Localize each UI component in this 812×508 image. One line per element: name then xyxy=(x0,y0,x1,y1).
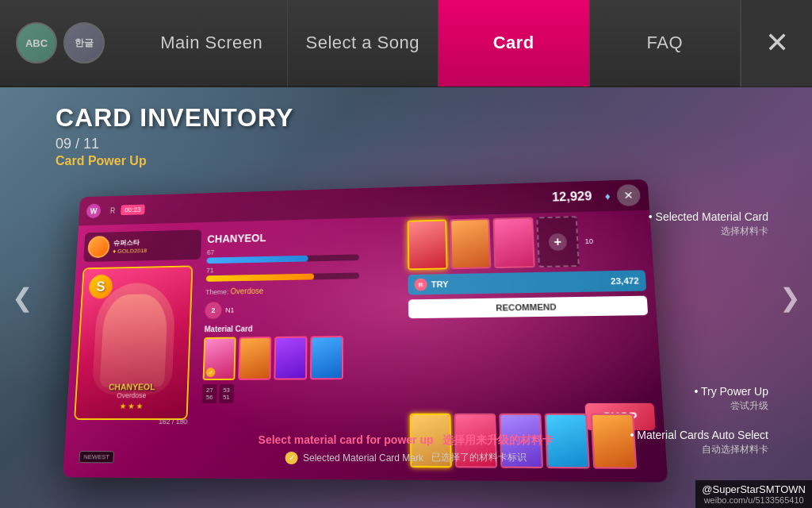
user-info: 슈퍼스타 ♦ GOLD2018 xyxy=(83,229,201,262)
top-card-1[interactable] xyxy=(408,219,448,270)
lang-abc-button[interactable]: ABC xyxy=(16,22,57,64)
user-avatar xyxy=(87,236,110,258)
card-inventory-count: 09 / 11 xyxy=(56,136,293,152)
try-label: TRY xyxy=(431,279,449,289)
mat-card-2[interactable] xyxy=(238,337,271,380)
card-inventory-title: CARD INVENTORY xyxy=(56,103,293,133)
tab-faq[interactable]: FAQ xyxy=(590,0,741,87)
game-timer: 00:23 xyxy=(121,205,144,216)
card-number-10: 10 xyxy=(584,216,595,267)
diamonds-icon: ♦ xyxy=(604,189,611,203)
annotation-selected-material: Selected Material Card 选择材料卡 xyxy=(649,210,768,238)
material-label: Material Card xyxy=(205,323,359,333)
tab-card[interactable]: Card xyxy=(439,0,590,87)
material-cards-area[interactable]: ✓ xyxy=(203,336,359,380)
add-card-icon: + xyxy=(549,233,568,250)
watermark-username: @SuperStarSMTOWN xyxy=(702,483,806,495)
card-power-up-label: Card Power Up xyxy=(56,154,293,168)
nav-bar: ABC 한글 Main Screen Select a Song Card FA… xyxy=(0,0,812,87)
theme-badge-2: 2 xyxy=(205,302,222,318)
main-content: CARD INVENTORY 09 / 11 Card Power Up Sel… xyxy=(0,87,812,508)
card-stars: ★ ★ ★ xyxy=(119,402,143,410)
star-icon: ★ xyxy=(127,402,134,410)
annotation-bottom: Select material card for power up 选择用来升级… xyxy=(259,433,554,464)
mat-card-4[interactable] xyxy=(310,336,343,379)
tab-select-song[interactable]: Select a Song xyxy=(288,0,439,87)
top-card-3[interactable] xyxy=(492,217,534,269)
recommend-button[interactable]: RECOMMEND xyxy=(408,296,648,319)
bottom-annotation-line1: Select material card for power up 选择用来升级… xyxy=(259,433,554,448)
try-power-title: Try Power Up xyxy=(694,385,768,398)
game-rank-badge: R xyxy=(110,206,116,214)
selected-material-title: Selected Material Card xyxy=(649,210,768,223)
mat-card-3[interactable] xyxy=(274,337,307,380)
top-card-2[interactable] xyxy=(450,218,491,269)
lang-korean-button[interactable]: 한글 xyxy=(63,22,105,64)
stat-box-1: 2756 xyxy=(202,384,217,403)
stat2-bar xyxy=(206,272,359,281)
tab-main-screen[interactable]: Main Screen xyxy=(136,0,288,87)
mat-card-1[interactable]: ✓ xyxy=(203,337,236,380)
card-song-name: Overdose xyxy=(117,391,147,399)
try-coins: 23,472 xyxy=(611,275,639,286)
stat-box-2: 5351 xyxy=(219,384,234,403)
top-cards-row: + 10 xyxy=(408,214,645,270)
next-arrow[interactable] xyxy=(774,270,806,325)
game-score: 12,929 xyxy=(552,190,592,205)
main-character-card[interactable]: S CHANYEOL Overdose ★ ★ ★ xyxy=(74,265,193,420)
game-logo-icon: W xyxy=(86,203,102,218)
try-area: R TRY 23,472 xyxy=(408,270,646,294)
star-icon: ★ xyxy=(136,402,143,410)
annotation-try-power: Try Power Up 尝试升级 xyxy=(694,385,768,413)
stat1-fill xyxy=(206,256,308,264)
game-left-panel: 슈퍼스타 ♦ GOLD2018 S CHANYEOL Overdose ★ ★ … xyxy=(71,229,201,470)
close-icon: ✕ xyxy=(765,29,789,57)
top-card-add[interactable]: + xyxy=(536,216,580,267)
stat2-fill xyxy=(206,274,314,282)
star-icon: ★ xyxy=(119,402,126,410)
newest-badge: NEWEST xyxy=(79,451,114,463)
card-inventory-header: CARD INVENTORY 09 / 11 Card Power Up xyxy=(56,103,293,168)
lang-buttons: ABC 한글 xyxy=(16,22,105,64)
rank-label: ♦ GOLD2018 xyxy=(113,247,147,254)
stat-boxes-row: 2756 5351 xyxy=(202,383,359,403)
theme-badges: 2 N1 xyxy=(205,299,359,318)
card-character-name: CHANYEOL xyxy=(109,382,155,391)
selected-material-subtitle: 选择材料卡 xyxy=(649,225,768,238)
bottom-annotation-line2: ✓ Selected Material Card Mark 已选择了的材料卡标识 xyxy=(259,451,554,464)
theme-info: Theme: Overdose xyxy=(205,285,359,296)
annotation-material-auto: Material Cards Auto Select 自动选择材料卡 xyxy=(630,429,768,456)
material-auto-title: Material Cards Auto Select xyxy=(630,429,768,441)
try-power-subtitle: 尝试升级 xyxy=(694,399,768,413)
close-button[interactable]: ✕ xyxy=(741,0,812,87)
n1-badge: N1 xyxy=(225,306,234,314)
username-label: 슈퍼스타 xyxy=(113,237,148,248)
prev-arrow[interactable] xyxy=(6,270,38,325)
r-badge: R xyxy=(414,279,427,291)
card-count: 162 / 180 xyxy=(66,418,187,425)
nav-tabs: Main Screen Select a Song Card FAQ xyxy=(136,0,741,87)
check-circle-icon: ✓ xyxy=(285,452,298,464)
watermark: @SuperStarSMTOWN weibo.com/u/5133565410 xyxy=(695,480,812,508)
watermark-url: weibo.com/u/5133565410 xyxy=(702,495,806,505)
game-close-button[interactable]: ✕ xyxy=(616,184,641,206)
material-auto-subtitle: 自动选择材料卡 xyxy=(630,443,768,456)
